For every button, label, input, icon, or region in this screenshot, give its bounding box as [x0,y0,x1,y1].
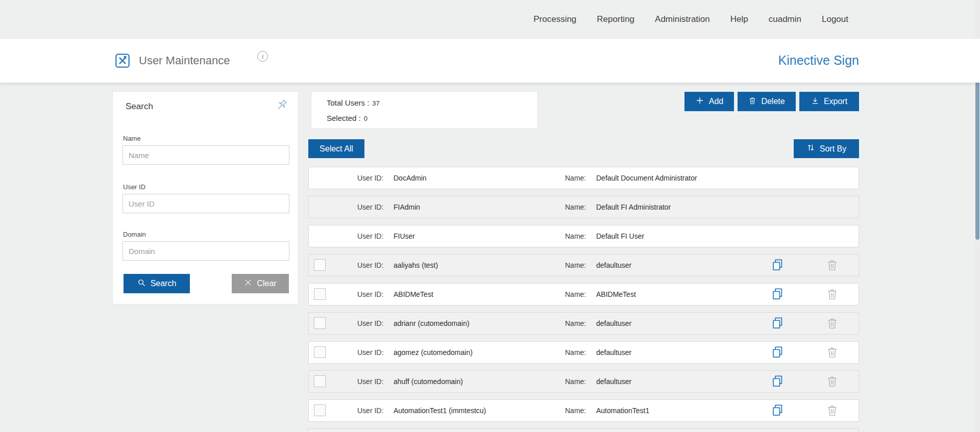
nav-reporting[interactable]: Reporting [597,14,634,24]
row-checkbox[interactable] [314,346,326,358]
user-row: User ID: FIAdmin Name: Default FI Admini… [308,196,859,218]
page-title: User Maintenance [139,54,230,67]
name-value: defaultuser [596,342,631,363]
user-id-value: ahuff (cutomedomain) [394,371,463,392]
name-label: Name: [565,342,586,363]
page: { "topnav": { "items": ["Processing", "R… [0,0,980,432]
name-label: Name: [565,196,586,218]
user-id-label: User ID: [357,313,383,334]
nav-processing[interactable]: Processing [533,14,576,24]
sort-by-button[interactable]: Sort By [794,139,859,158]
name-label: Name: [565,255,586,276]
delete-user-button[interactable] [824,258,840,273]
pin-icon[interactable] [275,98,289,112]
user-id-label: User ID: [357,225,383,247]
row-trash-icon [826,317,839,332]
sort-arrows-icon [806,143,815,154]
search-panel: Search Name User ID Domain Search Clear [112,91,299,304]
search-icon [137,278,146,289]
copy-user-button[interactable] [770,345,785,361]
selected-label: Selected : [327,114,361,122]
delete-user-button[interactable] [824,374,840,390]
copy-icon [771,374,785,390]
user-row: User ID: FIUser Name: Default FI User [308,225,859,247]
user-id-label: User ID: [357,167,383,189]
delete-button[interactable]: Delete [738,92,796,111]
user-id-value: adrianr (cutomedomain) [394,313,470,334]
row-checkbox[interactable] [314,259,326,271]
row-trash-icon [826,259,839,273]
name-value: Default FI Administrator [596,196,671,218]
info-icon[interactable]: i [257,51,268,62]
domain-input[interactable] [122,241,289,261]
copy-user-button[interactable] [770,316,785,332]
add-button[interactable]: Add [684,92,734,111]
user-id-value: AutomationTest1 (immtestcu) [394,400,486,421]
name-value: AutomationTest1 [596,400,649,421]
row-trash-icon [826,404,839,419]
user-id-label: User ID: [357,255,383,276]
nav-administration[interactable]: Administration [655,14,710,24]
delete-user-button[interactable] [824,345,840,361]
row-checkbox[interactable] [314,404,326,416]
user-row: User ID: DocAdmin Name: Default Document… [308,167,859,189]
row-checkbox[interactable] [314,375,326,387]
copy-user-button[interactable] [770,374,785,390]
search-button[interactable]: Search [124,274,190,293]
user-row: User ID: ABIDMeTest Name: ABIDMeTest [308,283,859,306]
row-trash-icon [826,346,839,361]
user-id-label: User ID: [357,342,383,363]
row-checkbox[interactable] [314,288,326,300]
page-header: User Maintenance i Kinective Sign [0,39,980,83]
copy-icon [771,316,785,332]
copy-user-button[interactable] [770,258,785,273]
summary-card: Total Users :37 Selected :0 [311,91,538,129]
user-id-value: DocAdmin [394,167,427,189]
row-trash-icon [826,288,839,302]
download-icon [811,96,819,107]
name-label: Name: [565,167,586,189]
clear-button[interactable]: Clear [232,274,289,293]
user-id-label: User ID: [357,196,383,218]
user-id-value: ABIDMeTest [394,284,433,305]
name-label: Name: [565,313,586,334]
copy-user-button[interactable] [770,403,785,419]
delete-user-button[interactable] [824,316,840,332]
nav-logout[interactable]: Logout [822,14,848,24]
row-trash-icon [826,375,839,390]
copy-icon [771,403,785,419]
user-id-value: agomez (cutomedomain) [394,342,473,363]
select-all-button[interactable]: Select All [308,139,364,158]
nav-help[interactable]: Help [730,14,748,24]
name-value: ABIDMeTest [596,284,636,305]
search-panel-title: Search [126,101,153,112]
user-row: User ID: aaliyahs (test) Name: defaultus… [308,254,859,276]
name-label: Name: [565,284,586,305]
user-id-value: aaliyahs (test) [394,255,438,276]
user-id-value: FIAdmin [394,196,420,218]
user-row: User ID: AutomationTest1 (immtestcu) Nam… [308,399,859,422]
user-list: User ID: DocAdmin Name: Default Document… [308,167,859,432]
selected-value: 0 [364,115,368,122]
row-checkbox[interactable] [314,317,326,329]
export-button[interactable]: Export [799,92,859,111]
clear-x-icon [244,278,252,289]
copy-user-button[interactable] [770,287,785,302]
name-field-label: Name [123,135,141,142]
copy-icon [771,345,785,361]
trash-icon [748,96,756,107]
user-id-field-label: User ID [123,183,145,191]
delete-user-button[interactable] [824,287,840,302]
name-value: defaultuser [596,313,631,334]
delete-user-button[interactable] [824,403,840,419]
name-input[interactable] [122,145,289,165]
top-navigation: Processing Reporting Administration Help… [0,0,980,39]
copy-icon [771,258,785,273]
user-row: User ID: agomez (cutomedomain) Name: def… [308,341,859,364]
name-label: Name: [565,371,586,392]
nav-user-cuadmin[interactable]: cuadmin [769,14,801,24]
user-id-input[interactable] [122,194,289,213]
name-label: Name: [565,400,586,421]
name-value: defaultuser [596,371,631,392]
user-row-partial [308,428,859,432]
